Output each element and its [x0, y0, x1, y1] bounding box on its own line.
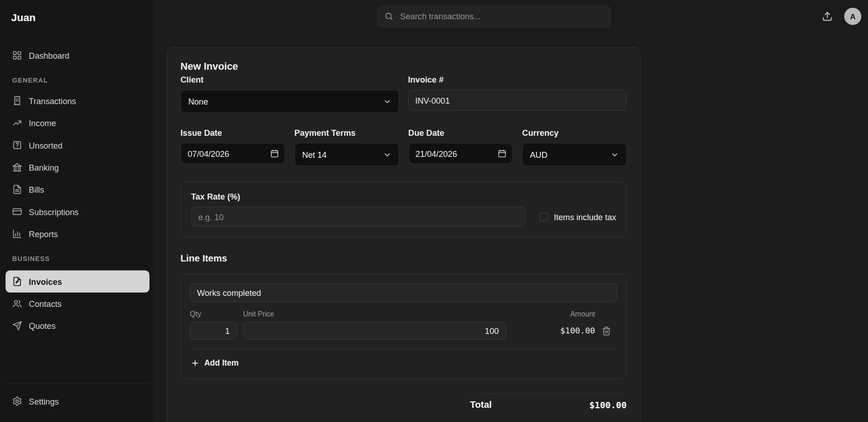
sidebar-section-general: GENERAL: [12, 77, 143, 84]
sidebar-item-banking[interactable]: Banking: [5, 156, 149, 178]
items-include-tax-checkbox[interactable]: [540, 213, 548, 221]
sidebar-item-bills[interactable]: Bills: [5, 178, 149, 200]
main-area: A New Invoice Client None: [155, 0, 868, 422]
sidebar-item-subscriptions[interactable]: Subscriptions: [5, 200, 149, 222]
due-date-input[interactable]: 21/04/2026: [408, 143, 513, 164]
payment-terms-value: Net 14: [302, 150, 326, 160]
search-bar: [377, 6, 611, 27]
receipt-icon: [12, 96, 22, 106]
calendar-icon: [498, 149, 506, 158]
sidebar: Juan Dashboard GENERAL Transactions Inc: [0, 0, 155, 422]
payment-terms-select[interactable]: Net 14: [294, 143, 399, 167]
users-icon: [12, 299, 22, 309]
unit-price-label: Unit Price: [243, 310, 506, 318]
invoice-number-field: Invoice #: [408, 74, 626, 113]
trending-up-icon: [12, 118, 22, 128]
invoice-file-icon: [12, 277, 22, 287]
delete-item-button[interactable]: [601, 325, 617, 336]
sidebar-item-label: Banking: [29, 163, 59, 172]
sidebar-item-label: Contacts: [29, 299, 62, 309]
document-icon: [12, 184, 22, 194]
trash-icon: [602, 326, 616, 336]
currency-label: Currency: [522, 128, 626, 139]
issue-date-label: Issue Date: [181, 128, 285, 139]
topbar-actions: A: [820, 8, 862, 25]
sidebar-item-settings[interactable]: Settings: [5, 390, 149, 412]
items-include-tax-label: Items include tax: [554, 212, 616, 222]
search-icon: [384, 11, 394, 21]
client-field: Client None: [181, 74, 399, 113]
tax-rate-input[interactable]: [191, 207, 526, 227]
client-select-value: None: [188, 97, 208, 106]
due-date-label: Due Date: [408, 128, 513, 139]
currency-field: Currency AUD: [522, 128, 626, 167]
sidebar-nav: Dashboard GENERAL Transactions Income: [5, 44, 149, 337]
sidebar-item-income[interactable]: Income: [5, 112, 149, 134]
qty-input[interactable]: [190, 322, 237, 340]
currency-select[interactable]: AUD: [522, 143, 626, 167]
add-item-label: Add Item: [204, 359, 239, 367]
sidebar-item-label: Bills: [29, 185, 44, 194]
issue-date-input[interactable]: 07/04/2026: [181, 143, 285, 164]
sidebar-item-unsorted[interactable]: Unsorted: [5, 134, 149, 156]
due-date-value: 21/04/2026: [416, 149, 457, 158]
upload-icon: [822, 11, 833, 22]
plus-icon: [191, 359, 199, 367]
paper-plane-icon: [12, 321, 22, 331]
sidebar-item-label: Income: [29, 118, 56, 128]
item-description-input[interactable]: [190, 283, 617, 302]
line-items-panel: Qty Unit Price Amount $100.00: [181, 274, 627, 379]
sidebar-item-contacts[interactable]: Contacts: [5, 293, 149, 315]
currency-value: AUD: [530, 150, 547, 160]
unit-price-input[interactable]: [243, 322, 506, 340]
items-divider: [190, 349, 617, 349]
dashboard-icon: [12, 50, 22, 61]
search-input[interactable]: [399, 11, 604, 22]
client-label: Client: [181, 74, 399, 85]
tax-panel: Tax Rate (%) Items include tax: [181, 182, 627, 237]
sidebar-footer: Settings: [5, 383, 149, 422]
invoice-number-label: Invoice #: [408, 74, 626, 85]
chevron-down-icon: [383, 97, 391, 106]
question-square-icon: [12, 140, 22, 150]
chevron-down-icon: [610, 150, 619, 159]
invoice-number-input[interactable]: [408, 90, 626, 111]
sidebar-item-label: Invoices: [29, 277, 62, 286]
sidebar-item-transactions[interactable]: Transactions: [5, 90, 149, 112]
app-window: Juan Dashboard GENERAL Transactions Inc: [0, 0, 868, 422]
due-date-field: Due Date 21/04/2026: [408, 128, 513, 167]
items-include-tax-field: Items include tax: [540, 212, 616, 227]
bank-icon: [12, 162, 22, 172]
sidebar-item-label: Transactions: [29, 96, 76, 106]
sidebar-item-dashboard[interactable]: Dashboard: [5, 44, 149, 67]
brand: Juan: [5, 0, 149, 24]
bar-chart-icon: [12, 229, 22, 239]
avatar[interactable]: A: [844, 8, 861, 25]
calendar-icon: [270, 149, 279, 158]
add-item-button[interactable]: Add Item: [190, 356, 240, 370]
new-invoice-card: New Invoice Client None Invoice #: [167, 47, 641, 422]
page-title: New Invoice: [181, 60, 627, 73]
chevron-down-icon: [383, 150, 391, 159]
upload-button[interactable]: [820, 9, 835, 24]
sidebar-item-label: Dashboard: [29, 51, 70, 61]
sidebar-item-label: Reports: [29, 229, 58, 239]
qty-label: Qty: [190, 310, 237, 318]
line-item-row: Qty Unit Price Amount $100.00: [190, 310, 617, 339]
sidebar-item-label: Settings: [29, 396, 59, 406]
total-label: Total: [470, 400, 492, 411]
total-row: Total $100.00: [470, 394, 627, 411]
total-value: $100.00: [589, 400, 626, 410]
sidebar-item-quotes[interactable]: Quotes: [5, 315, 149, 337]
dates-row: Issue Date 07/04/2026 Payment Terms Net …: [181, 128, 627, 167]
sidebar-item-invoices[interactable]: Invoices: [5, 270, 149, 292]
sidebar-item-label: Unsorted: [29, 140, 63, 150]
credit-card-icon: [12, 207, 22, 217]
payment-terms-label: Payment Terms: [294, 128, 399, 139]
tax-rate-label: Tax Rate (%): [191, 191, 526, 202]
client-select[interactable]: None: [181, 90, 399, 113]
issue-date-field: Issue Date 07/04/2026: [181, 128, 285, 167]
sidebar-item-reports[interactable]: Reports: [5, 223, 149, 245]
sidebar-item-label: Quotes: [29, 321, 55, 331]
payment-terms-field: Payment Terms Net 14: [294, 128, 399, 167]
